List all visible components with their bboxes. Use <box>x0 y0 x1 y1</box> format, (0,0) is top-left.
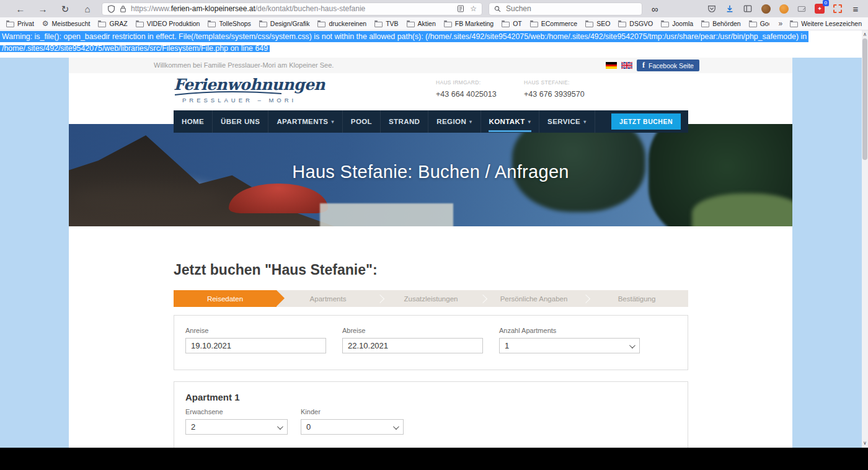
step-bestaetigung[interactable]: Bestätigung <box>585 290 688 307</box>
lock-icon[interactable] <box>120 5 126 12</box>
page-margin-right-selected <box>792 58 862 448</box>
page-margin-left-selected <box>0 58 69 448</box>
home-icon[interactable]: ⌂ <box>79 2 95 16</box>
abreise-input[interactable] <box>342 338 483 353</box>
url-bar[interactable]: https://www.ferien-am-klopeinersee.at/de… <box>102 2 482 16</box>
bookmark-item[interactable]: Design/Grafik <box>259 20 310 27</box>
extension-cluster: ✦ 0 ≡ <box>706 2 862 15</box>
gear-icon: ⚙ <box>42 19 49 28</box>
bookmark-item[interactable]: VIDEO Produktion <box>136 20 200 27</box>
bookmark-item[interactable]: GRAZ <box>98 20 127 27</box>
desktop-background <box>0 448 868 470</box>
tracking-shield-icon[interactable] <box>107 5 115 13</box>
reader-view-icon[interactable] <box>457 5 464 12</box>
anzahl-apartments-select[interactable]: 1 <box>499 338 640 353</box>
orange-cookie-extension-icon[interactable] <box>777 2 790 15</box>
download-icon[interactable] <box>724 2 736 15</box>
step-reisedaten[interactable]: Reisedaten <box>174 290 277 307</box>
bookmark-item[interactable]: Aktien <box>407 20 436 27</box>
more-bookmarks-label: Weitere Lesezeichen <box>801 20 862 27</box>
nav-label: APARTMENTS <box>277 118 328 125</box>
step-persoenliche-angaben[interactable]: Persönliche Angaben <box>482 290 585 307</box>
folder-icon <box>136 22 144 27</box>
nav-item-strand[interactable]: STRAND <box>381 110 428 133</box>
uk-flag-icon[interactable] <box>621 62 632 69</box>
bookmark-label: SEO <box>596 20 610 27</box>
back-icon[interactable]: ← <box>12 2 29 16</box>
bookmarks-overflow-icon[interactable]: » <box>778 19 782 28</box>
step-zusatzleistungen[interactable]: Zusatzleistungen <box>379 290 482 307</box>
nav-item-apartments[interactable]: APARTMENTS▾ <box>268 110 342 133</box>
adblock-extension-icon[interactable]: ✦ 0 <box>813 2 826 15</box>
hero-building <box>320 203 453 226</box>
bookmark-label: GRAZ <box>109 20 127 27</box>
more-bookmarks[interactable]: Weitere Lesezeichen <box>790 20 862 27</box>
nav-item-ueber-uns[interactable]: ÜBER UNS <box>213 110 268 133</box>
browser-toolbar: ← → ↻ ⌂ https://www.ferien-am-klopeiners… <box>0 0 868 17</box>
bookmark-item[interactable]: Behörden <box>701 20 741 27</box>
nav-item-home[interactable]: HOME <box>174 110 213 133</box>
folder-icon <box>317 22 326 27</box>
scroll-up-icon[interactable]: ∧ <box>862 30 868 38</box>
bookmark-item[interactable]: SEO <box>585 20 610 27</box>
selection-tool-extension-icon[interactable] <box>831 2 844 15</box>
nav-item-kontakt[interactable]: KONTAKT▾ <box>481 110 540 133</box>
bookmark-item[interactable]: DSGVO <box>618 20 653 27</box>
bookmark-item[interactable]: Google <box>749 20 770 27</box>
phone-block-irmgard: HAUS IRMGARD: +43 664 4025013 <box>436 79 497 99</box>
bookmark-item[interactable]: ECommerce <box>530 20 577 27</box>
url-text[interactable]: https://www.ferien-am-klopeinersee.at/de… <box>131 4 453 13</box>
phone-label: HAUS IRMGARD: <box>436 79 497 86</box>
reload-icon[interactable]: ↻ <box>57 2 73 16</box>
bookmark-label: Aktien <box>418 20 436 27</box>
nav-item-pool[interactable]: POOL <box>343 110 381 133</box>
bookmark-item[interactable]: TolleShops <box>208 20 250 27</box>
page-scrollbar[interactable]: ∧ ∨ <box>862 30 868 448</box>
step-label: Zusatzleistungen <box>404 295 458 303</box>
bookmark-label: TolleShops <box>219 20 250 27</box>
german-flag-icon[interactable] <box>606 62 617 69</box>
bookmark-star-icon[interactable]: ☆ <box>470 4 477 13</box>
step-apartments[interactable]: Apartments <box>277 290 379 307</box>
bookmark-item[interactable]: TVB <box>374 20 398 27</box>
nav-label: KONTAKT <box>489 118 525 125</box>
search-bar[interactable] <box>489 2 642 16</box>
warning-line-2: /home/.sites/492/site9542075/web/librari… <box>0 45 270 52</box>
facebook-icon: f <box>642 61 645 70</box>
facebook-page-button[interactable]: f Facebook Seite <box>637 60 699 71</box>
welcome-strip: Willkommen bei Familie Presslauer-Mori a… <box>69 58 792 74</box>
screenshot-disabled-extension-icon[interactable] <box>795 2 808 15</box>
forward-icon[interactable]: → <box>35 2 51 16</box>
bookmark-item[interactable]: Joomla <box>661 20 693 27</box>
step-label: Reisedaten <box>207 295 243 303</box>
scroll-down-icon[interactable]: ∨ <box>862 439 868 446</box>
search-input[interactable] <box>505 4 619 14</box>
bookmark-label: DSGVO <box>629 20 653 27</box>
nav-item-region[interactable]: REGION▾ <box>428 110 480 133</box>
bookmark-item[interactable]: druckereinen <box>317 20 366 27</box>
phone-number[interactable]: +43 676 3939570 <box>524 90 585 99</box>
site-logo[interactable]: Ferienwohnungen PRESSLAUER – MORI <box>174 77 298 104</box>
sidebar-icon[interactable] <box>742 2 754 15</box>
menu-icon[interactable]: ≡ <box>849 2 862 15</box>
erwachsene-select[interactable]: 2 <box>185 419 288 435</box>
bookmark-item[interactable]: ⚙Meistbesucht <box>42 19 91 28</box>
bookmark-label: FB Marketing <box>455 20 494 27</box>
bookmark-label: Joomla <box>672 20 693 27</box>
kinder-select[interactable]: 0 <box>301 419 404 435</box>
bookmark-item[interactable]: FB Marketing <box>444 20 494 27</box>
bookmark-item[interactable]: Privat <box>6 20 34 27</box>
anreise-input[interactable] <box>185 338 326 353</box>
jetzt-buchen-button[interactable]: JETZT BUCHEN <box>611 113 681 130</box>
infinity-extension-icon[interactable]: ∞ <box>649 2 661 15</box>
phone-number[interactable]: +43 664 4025013 <box>436 90 497 99</box>
folder-icon <box>502 22 510 27</box>
url-path: /de/kontakt/buchen-haus-stefanie <box>255 4 365 13</box>
cookie-extension-icon[interactable] <box>760 2 772 15</box>
hero-bush <box>692 193 792 226</box>
scrollbar-thumb[interactable] <box>862 38 867 160</box>
pocket-icon[interactable] <box>706 2 718 15</box>
bookmark-item[interactable]: OT <box>502 20 522 27</box>
nav-item-service[interactable]: SERVICE▾ <box>539 110 595 133</box>
folder-icon <box>749 22 757 27</box>
